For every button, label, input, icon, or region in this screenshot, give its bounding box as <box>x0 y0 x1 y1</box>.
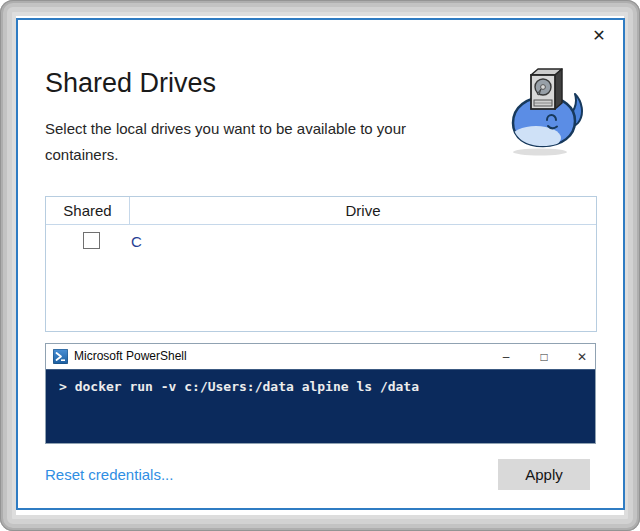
close-icon[interactable]: ✕ <box>587 24 611 48</box>
powershell-title: Microsoft PowerShell <box>74 349 187 363</box>
powershell-console[interactable]: > docker run -v c:/Users:/data alpine ls… <box>46 369 595 443</box>
table-header: Shared Drive <box>46 197 596 225</box>
table-row: C <box>46 225 596 259</box>
hard-drive-icon <box>531 69 562 109</box>
docker-whale-icon <box>506 64 584 156</box>
settings-panel: ✕ Shared Drives Select the local drives … <box>16 18 625 510</box>
shared-drives-dialog: ✕ Shared Drives Select the local drives … <box>0 0 640 531</box>
page-title: Shared Drives <box>45 68 216 99</box>
powershell-icon <box>53 349 68 364</box>
minimize-icon[interactable]: – <box>499 350 513 364</box>
powershell-titlebar: Microsoft PowerShell – □ ✕ <box>46 344 595 369</box>
maximize-icon[interactable]: □ <box>537 350 551 364</box>
powershell-close-icon[interactable]: ✕ <box>575 350 589 364</box>
powershell-window-controls: – □ ✕ <box>499 344 589 369</box>
drive-c-checkbox[interactable] <box>83 232 100 249</box>
column-header-drive: Drive <box>130 197 596 224</box>
page-description: Select the local drives you want to be a… <box>45 116 417 168</box>
reset-credentials-link[interactable]: Reset credentials... <box>45 466 173 483</box>
column-header-shared: Shared <box>46 197 129 224</box>
shared-drives-table: Shared Drive C <box>45 196 597 332</box>
drive-letter: C <box>131 233 142 250</box>
console-command-line: > docker run -v c:/Users:/data alpine ls… <box>59 379 419 394</box>
powershell-window: Microsoft PowerShell – □ ✕ > docker run … <box>45 343 596 444</box>
apply-button[interactable]: Apply <box>498 459 590 490</box>
